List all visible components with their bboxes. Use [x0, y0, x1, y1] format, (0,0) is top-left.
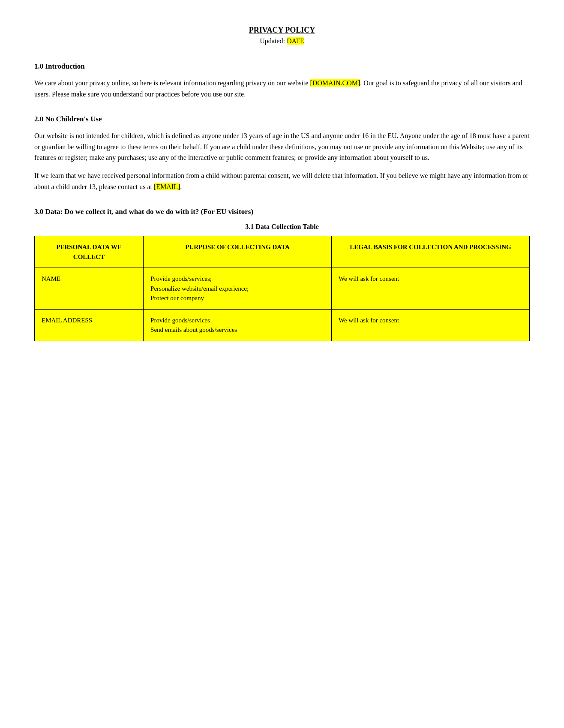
- row1-col3-text: We will ask for consent: [339, 275, 399, 282]
- row2-col3-text: We will ask for consent: [339, 317, 399, 324]
- table-row: EMAIL ADDRESS Provide goods/servicesSend…: [35, 309, 530, 341]
- section-2-para1: Our website is not intended for children…: [34, 130, 530, 163]
- para2-text-before-email: If we learn that we have received person…: [34, 172, 528, 190]
- section-1-heading: 1.0 Introduction: [34, 62, 530, 71]
- row2-col1-text: EMAIL ADDRESS: [42, 317, 92, 324]
- page-title: PRIVACY POLICY: [249, 26, 315, 35]
- row2-col3: We will ask for consent: [331, 309, 529, 341]
- table-row: NAME Provide goods/services;Personalize …: [35, 268, 530, 310]
- intro-text-before-domain: We care about your privacy online, so he…: [34, 79, 310, 87]
- page-subtitle: Updated: DATE: [34, 37, 530, 45]
- row1-col1: NAME: [35, 268, 144, 310]
- col-header-legal-basis: LEGAL BASIS FOR COLLECTION AND PROCESSIN…: [331, 236, 529, 268]
- col2-header-text: PURPOSE OF COLLECTING DATA: [185, 244, 290, 250]
- data-collection-table: PERSONAL DATA WE COLLECT PURPOSE OF COLL…: [34, 236, 530, 341]
- para2-text-after-email: .: [180, 183, 182, 190]
- table-title: 3.1 Data Collection Table: [34, 223, 530, 231]
- col3-header-text: LEGAL BASIS FOR COLLECTION AND PROCESSIN…: [350, 244, 511, 250]
- section-1-para1: We care about your privacy online, so he…: [34, 78, 530, 99]
- updated-label: Updated:: [260, 37, 285, 45]
- section-no-childrens-use: 2.0 No Children's Use Our website is not…: [34, 115, 530, 192]
- email-highlight: [EMAIL]: [154, 183, 180, 190]
- row2-col2: Provide goods/servicesSend emails about …: [144, 309, 332, 341]
- row1-col1-text: NAME: [42, 275, 60, 282]
- row1-col3: We will ask for consent: [331, 268, 529, 310]
- section-data-collection: 3.0 Data: Do we collect it, and what do …: [34, 208, 530, 341]
- col1-header-text: PERSONAL DATA WE COLLECT: [56, 244, 122, 260]
- section-2-heading: 2.0 No Children's Use: [34, 115, 530, 123]
- date-highlight: DATE: [287, 37, 304, 45]
- row1-col2-text: Provide goods/services;Personalize websi…: [150, 275, 249, 301]
- col-header-purpose: PURPOSE OF COLLECTING DATA: [144, 236, 332, 268]
- row2-col1: EMAIL ADDRESS: [35, 309, 144, 341]
- col-header-personal-data: PERSONAL DATA WE COLLECT: [35, 236, 144, 268]
- domain-highlight: [DOMAIN.COM]: [310, 79, 360, 87]
- section-3-heading: 3.0 Data: Do we collect it, and what do …: [34, 208, 530, 216]
- row2-col2-text: Provide goods/servicesSend emails about …: [150, 317, 237, 334]
- page-header: PRIVACY POLICY Updated: DATE: [34, 26, 530, 45]
- section-introduction: 1.0 Introduction We care about your priv…: [34, 62, 530, 99]
- table-header-row: PERSONAL DATA WE COLLECT PURPOSE OF COLL…: [35, 236, 530, 268]
- row1-col2: Provide goods/services;Personalize websi…: [144, 268, 332, 310]
- section-2-para2: If we learn that we have received person…: [34, 170, 530, 192]
